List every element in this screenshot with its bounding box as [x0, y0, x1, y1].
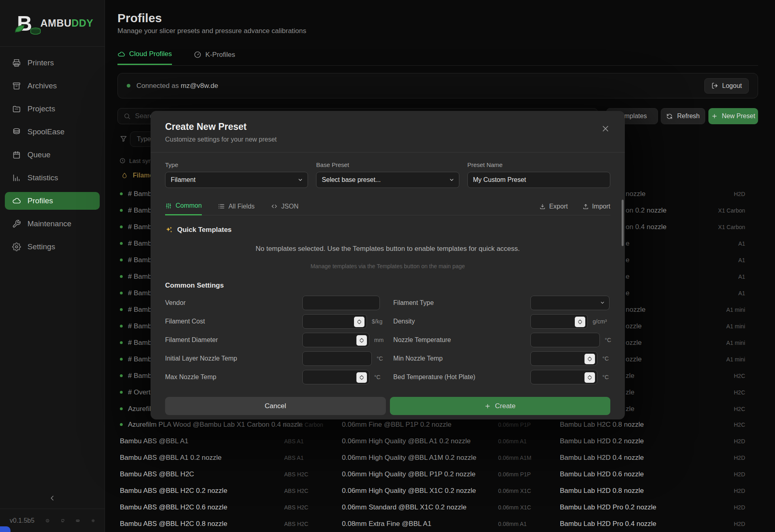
process-preset-name: 0.06mm Standard @BBL X1C 0.2 nozzle — [342, 499, 467, 515]
unit-label: °C — [602, 355, 609, 362]
sync-dot — [120, 308, 123, 311]
sidebar-item-queue[interactable]: Queue — [5, 146, 100, 164]
table-row[interactable]: Bambu ABS @BBL H2C 0.6 nozzleABS H2C0.06… — [120, 499, 745, 515]
table-row[interactable]: Bambu ABS @BBL H2CABS H2C0.06mm High Qua… — [120, 466, 745, 482]
table-row[interactable]: Bambu ABS @BBL H2C 0.8 nozzleABS H2C0.08… — [120, 515, 745, 532]
list-item-printer[interactable]: ozzleA1 mini — [626, 334, 745, 351]
sidebar-collapse-button[interactable] — [0, 494, 105, 509]
sidebar-item-profiles[interactable]: Profiles — [5, 192, 100, 210]
list-item[interactable]: # Overtu — [120, 384, 155, 401]
list-item-printer[interactable]: nozzleA1 mini — [626, 301, 745, 318]
list-item[interactable]: # Bambu — [120, 285, 155, 301]
min-nozzle-temp-input[interactable] — [530, 351, 597, 366]
tab-all-fields[interactable]: All Fields — [218, 198, 255, 215]
list-item-printer[interactable]: zleH2C — [626, 384, 745, 401]
tab-cloud-profiles[interactable]: Cloud Profiles — [117, 50, 172, 65]
number-stepper[interactable] — [584, 372, 595, 383]
list-item-printer[interactable]: eA1 — [626, 268, 745, 285]
preset-name-input[interactable] — [473, 176, 605, 184]
list-item[interactable]: # Bambu — [120, 202, 155, 219]
unit-label: $/kg — [372, 318, 382, 325]
list-item-printer[interactable]: eA1 — [626, 235, 745, 252]
field-density: Densityg/cm³ — [393, 312, 611, 331]
max-nozzle-temp-input[interactable] — [302, 370, 369, 384]
sidebar-item-printers[interactable]: Printers — [5, 54, 100, 72]
refresh-button[interactable]: Refresh — [661, 108, 705, 124]
sidebar-item-statistics[interactable]: Statistics — [5, 169, 100, 187]
filament-cost-input[interactable] — [302, 314, 367, 329]
filament-diameter-input[interactable] — [302, 333, 369, 347]
list-item[interactable]: # Bambu — [120, 318, 155, 334]
cancel-button[interactable]: Cancel — [165, 397, 386, 415]
preset-list-rows: Azurefilm PLA Wood @Bambu Lab X1 Carbon … — [120, 416, 745, 532]
table-row[interactable]: Bambu ABS @BBL A1ABS A10.06mm High Quali… — [120, 433, 745, 449]
number-stepper[interactable] — [356, 335, 367, 346]
field-label: Density — [393, 318, 530, 325]
list-item[interactable]: # Bambu — [120, 367, 155, 384]
list-item[interactable]: # Bambu — [120, 301, 155, 318]
sidebar-item-maintenance[interactable]: Maintenance — [5, 215, 100, 233]
tab-json[interactable]: JSON — [271, 198, 299, 215]
number-stepper[interactable] — [584, 354, 595, 364]
app-logo[interactable]: B AMBUDDY — [0, 0, 105, 47]
cloud-icon — [117, 50, 125, 58]
create-button[interactable]: Create — [390, 397, 611, 415]
field-nozzle-temperature: Nozzle Temperature°C — [393, 331, 611, 349]
list-item[interactable]: # Bambu — [120, 268, 155, 285]
list-item[interactable]: # Bambu — [120, 351, 155, 367]
import-button[interactable]: Import — [582, 203, 610, 210]
sidebar-item-settings[interactable]: Settings — [5, 238, 100, 256]
list-item[interactable]: # Bambu — [120, 334, 155, 351]
close-icon[interactable] — [601, 125, 610, 133]
tab-k-profiles[interactable]: K-Profiles — [194, 50, 235, 65]
sidebar-footer: v0.1.5b5 — [0, 509, 105, 532]
filament-type-select[interactable] — [530, 296, 610, 310]
list-item-printer[interactable]: ozzleA1 mini — [626, 351, 745, 367]
list-item[interactable]: # Bambu — [120, 235, 155, 252]
list-item-printer[interactable]: eA1 — [626, 252, 745, 268]
new-preset-button[interactable]: New Preset — [708, 108, 758, 124]
tab-common[interactable]: Common — [165, 198, 202, 215]
initial-layer-nozzle-temp-input[interactable] — [302, 351, 372, 366]
vendor-input[interactable] — [302, 296, 380, 310]
github-icon[interactable] — [61, 516, 65, 525]
sidebar-item-spoolease[interactable]: SpoolEase — [5, 123, 100, 141]
sidebar-nav: PrintersArchivesProjectsSpoolEaseQueueSt… — [0, 47, 105, 256]
list-item-printer[interactable]: ozzleA1 mini — [626, 318, 745, 334]
list-item-printer[interactable]: zleH2C — [626, 367, 745, 384]
printer-badge: A1 mini — [726, 356, 745, 363]
keyboard-icon[interactable] — [76, 516, 80, 525]
list-item[interactable]: # Bambu — [120, 186, 155, 202]
logout-button[interactable]: Logout — [704, 78, 749, 94]
density-input[interactable] — [530, 314, 588, 329]
list-item-printer[interactable]: nozzleH2D — [626, 186, 745, 202]
sidebar-item-archives[interactable]: Archives — [5, 77, 100, 95]
sidebar-item-projects[interactable]: Projects — [5, 100, 100, 118]
sidebar-item-label: Projects — [27, 104, 55, 113]
number-stepper[interactable] — [575, 317, 585, 327]
modal-scrollbar[interactable] — [622, 200, 624, 246]
number-stepper[interactable] — [354, 317, 364, 327]
chevron-left-icon — [48, 494, 57, 502]
printer-badge: H2C — [734, 416, 745, 433]
unit-label: °C — [377, 355, 383, 362]
number-stepper[interactable] — [356, 372, 367, 383]
info-icon[interactable] — [46, 516, 49, 525]
bed-temperature-hot-plate-input[interactable] — [530, 370, 597, 384]
filament-badges: ABS H2C — [284, 466, 308, 482]
list-item-printer[interactable]: on 0.2 nozzleX1 Carbon — [626, 202, 745, 219]
table-row[interactable]: Bambu ABS @BBL H2C 0.2 nozzleABS H2C0.06… — [120, 482, 745, 499]
list-item[interactable]: # Bambu — [120, 252, 155, 268]
base-preset-select[interactable]: Select base preset... — [316, 172, 459, 188]
nozzle-temperature-input[interactable] — [530, 333, 600, 347]
theme-sun-icon[interactable] — [91, 516, 95, 525]
list-item-printer[interactable]: on 0.4 nozzleX1 Carbon — [626, 219, 745, 235]
list-item-printer[interactable]: eA1 — [626, 285, 745, 301]
list-item[interactable]: Azurefil — [120, 401, 155, 417]
list-item[interactable]: # Bambu — [120, 219, 155, 235]
type-select[interactable]: Filament — [165, 172, 308, 188]
table-row[interactable]: Bambu ABS @BBL A1 0.2 nozzleABS A10.06mm… — [120, 449, 745, 466]
process-badges: 0.08mm A1 — [498, 515, 527, 532]
export-button[interactable]: Export — [539, 203, 568, 210]
list-item-printer[interactable]: zleH2C — [626, 401, 745, 417]
